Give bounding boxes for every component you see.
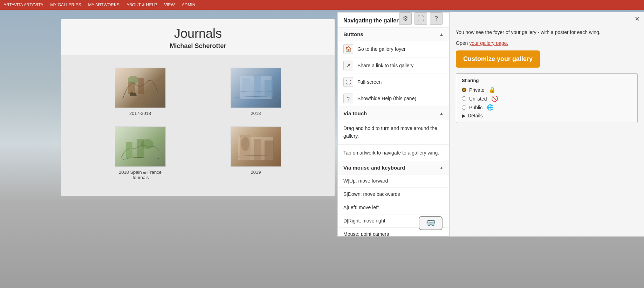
section-buttons-chevron: ▲ [439,32,444,37]
section-buttons-header[interactable]: Buttons ▲ [338,28,449,41]
section-mouse-chevron: ▲ [439,165,444,170]
close-button[interactable]: ✕ [635,15,640,23]
section-touch: Via touch ▲ Drag and hold to turn and mo… [338,107,449,161]
gallery-artist: Michael Scherotter [72,42,324,50]
wing-label-4: 2019 [251,170,261,175]
section-buttons-label: Buttons [343,31,363,37]
wing-label-2: 2018 [251,111,261,116]
details-label: Details [468,113,483,118]
btn-fullscreen[interactable]: ⛶ Full-screen [338,74,449,90]
svg-point-12 [141,139,153,149]
sharing-box: Sharing Private 🔒 Unlisted 🚫 Public 🌐 ▶ … [456,73,638,123]
svg-rect-7 [254,75,261,99]
toolbar-icons: ⚙ ⛶ ? [399,12,443,25]
nav-logo[interactable]: ARTAVITA ARTAVITA [4,2,43,7]
sharing-unlisted-label: Unlisted [469,96,487,102]
svg-rect-10 [126,142,132,158]
section-mouse-label: Via mouse and keyboard [343,165,405,171]
sharing-title: Sharing [462,78,632,83]
sharing-public-radio[interactable] [462,105,466,110]
touch-instruction-2: Tap on artwork to navigate to a gallery … [338,145,449,161]
svg-rect-16 [254,139,261,160]
navigate-panel: Navigating the gallery Buttons ▲ 🏠 Go to… [337,12,450,236]
details-row[interactable]: ▶ Details [462,113,632,118]
open-label-text: Open [456,40,469,46]
btn-share-label: Share a link to this gallery [357,63,413,68]
section-mouse-header[interactable]: Via mouse and keyboard ▲ [338,161,449,174]
wing-label-3: 2018 Spain & FranceJournals [119,170,162,180]
wing-2017-2018[interactable]: 2017-2018 [82,62,198,121]
details-chevron: ▶ [462,113,466,118]
key-forward: W|Up: move forward [338,174,449,188]
nav-view[interactable]: VIEW [164,2,175,7]
gear-button[interactable]: ⚙ [399,12,412,25]
wing-sketch-4 [235,130,277,163]
section-touch-chevron: ▲ [439,111,444,116]
sharing-unlisted-row: Unlisted 🚫 [462,95,632,102]
customize-button[interactable]: Customize your gallery [456,50,540,68]
svg-point-18 [241,137,249,151]
help-panel-header: ✕ [450,12,644,26]
foyer-header: Journals Michael Scherotter [61,19,335,55]
fullscreen-help-icon: ⛶ [343,77,353,87]
sharing-private-label: Private [469,87,485,93]
section-buttons: Buttons ▲ 🏠 Go to the gallery foyer ↗ Sh… [338,28,449,107]
fullscreen-icon: ⛶ [418,15,424,22]
section-touch-label: Via touch [343,110,367,116]
wing-sketch-3 [119,130,161,163]
btn-help-toggle-label: Show/hide Help (this pane) [357,96,416,101]
help-icon: ? [434,15,438,22]
gear-icon: ⚙ [403,15,408,22]
help-toggle-icon: ? [343,94,353,103]
home-icon: 🏠 [343,44,353,54]
wing-sketch-1 [119,71,161,104]
svg-rect-8 [265,80,273,97]
info-panel: You now see the foyer of your gallery - … [450,25,644,126]
wing-thumb-4 [231,126,281,167]
share-icon: ↗ [343,61,353,70]
wing-thumb-1 [115,68,166,108]
wing-thumb-2 [231,68,281,108]
unlisted-icon: 🚫 [491,95,498,102]
svg-rect-17 [265,140,274,160]
sharing-private-row: Private 🔒 [462,87,632,93]
btn-fullscreen-label: Full-screen [357,79,382,85]
wing-spain-france[interactable]: 2018 Spain & FranceJournals [82,121,198,185]
foyer-panel: Journals Michael Scherotter 2017-2018 [61,19,335,196]
nav-my-galleries[interactable]: MY GALLERIES [50,2,81,7]
btn-share[interactable]: ↗ Share a link to this gallery [338,57,449,74]
sharing-public-label: Public [469,105,482,110]
public-icon: 🌐 [487,104,494,111]
lock-icon: 🔒 [489,87,496,93]
btn-help-toggle[interactable]: ? Show/hide Help (this pane) [338,90,449,107]
help-panel: ✕ You now see the foyer of your gallery … [450,12,644,236]
wing-sketch-2 [235,71,277,104]
btn-foyer-label: Go to the gallery foyer [357,46,406,52]
top-nav-bar: ARTAVITA ARTAVITA MY GALLERIES MY ARTWOR… [0,0,644,10]
wing-2018[interactable]: 2018 [198,62,314,121]
foyer-grid: 2017-2018 2018 [61,55,335,196]
gallery-title: Journals [72,26,324,41]
sharing-private-radio[interactable] [462,88,466,92]
fullscreen-button[interactable]: ⛶ [415,12,427,25]
info-description: You now see the foyer of your gallery - … [456,29,638,36]
sharing-unlisted-radio[interactable] [462,96,466,101]
nav-admin[interactable]: ADMIN [182,2,196,7]
gallery-page-link[interactable]: your gallery page. [469,40,508,46]
btn-foyer[interactable]: 🏠 Go to the gallery foyer [338,41,449,57]
nav-my-artworks[interactable]: MY ARTWORKS [88,2,119,7]
vr-button[interactable]: 🥽 [419,216,443,230]
svg-point-3 [128,76,138,84]
sharing-public-row: Public 🌐 [462,104,632,111]
nav-about-help[interactable]: ABOUT & HELP [126,2,157,7]
help-button[interactable]: ? [430,12,443,25]
section-touch-header[interactable]: Via touch ▲ [338,107,449,120]
wing-label-1: 2017-2018 [129,111,151,116]
key-backward: S|Down: move backwards [338,188,449,201]
svg-rect-6 [242,78,251,97]
key-left: A|Left: move left [338,201,449,214]
wing-thumb-3 [115,126,166,167]
vr-icon: 🥽 [426,219,436,228]
touch-instruction-1: Drag and hold to turn and move around th… [338,120,449,145]
wing-2019[interactable]: 2019 [198,121,314,185]
